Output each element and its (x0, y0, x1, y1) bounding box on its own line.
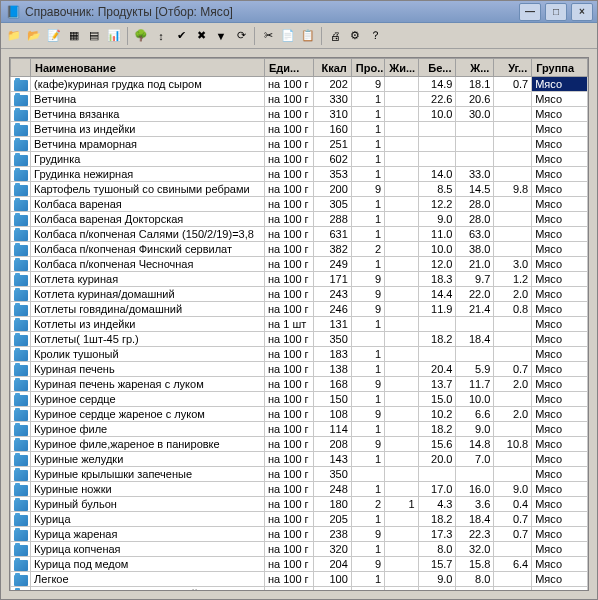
tb-tree-icon[interactable]: 🌳 (132, 27, 150, 45)
tb-sort-icon[interactable]: ↕ (152, 27, 170, 45)
cell-pro: 1 (351, 347, 384, 362)
table-row[interactable]: Куриное сердцена 100 г150115.010.0Мясо (11, 392, 588, 407)
tb-help-icon[interactable]: ？ (366, 27, 384, 45)
cell-grp: Мясо (532, 587, 588, 591)
table-row[interactable]: Кролик тушоныйна 100 г1831Мясо (11, 347, 588, 362)
maximize-button[interactable]: □ (545, 3, 567, 21)
cell-zhi (385, 527, 418, 542)
cell-name: Куриное сердце (31, 392, 265, 407)
cell-bel: 18.3 (418, 272, 456, 287)
cell-kcal: 168 (313, 377, 351, 392)
tb-open-icon[interactable]: 📂 (25, 27, 43, 45)
table-row[interactable]: Куриный бульонна 100 г180214.33.60.4Мясо (11, 497, 588, 512)
col-grp[interactable]: Группа (532, 59, 588, 77)
table-row[interactable]: Колбаса п/копченая Салями (150/2/19)=3,8… (11, 227, 588, 242)
table-row[interactable]: Куриное сердце жареное с лукомна 100 г10… (11, 407, 588, 422)
cell-zh2: 21.4 (456, 302, 494, 317)
table-row[interactable]: Куриные желудкина 100 г143120.07.0Мясо (11, 452, 588, 467)
cell-grp: Мясо (532, 497, 588, 512)
cell-zh2: 32.0 (456, 542, 494, 557)
table-row[interactable]: Куриная печеньна 100 г138120.45.90.7Мясо (11, 362, 588, 377)
table-row[interactable]: Курицана 100 г205118.218.40.7Мясо (11, 512, 588, 527)
tb-settings-icon[interactable]: ⚙ (346, 27, 364, 45)
table-row[interactable]: Ветчина вязанкана 100 г310110.030.0Мясо (11, 107, 588, 122)
tb-edit-icon[interactable]: 📝 (45, 27, 63, 45)
col-unit[interactable]: Еди... (264, 59, 313, 77)
table-row[interactable]: Ветчина мраморнаяна 100 г2511Мясо (11, 137, 588, 152)
table-row[interactable]: Куриное филе,жареное в панировкена 100 г… (11, 437, 588, 452)
col-ug[interactable]: Уг... (494, 59, 532, 77)
table-row[interactable]: Котлета куриная/домашнийна 100 г243914.4… (11, 287, 588, 302)
cell-pro: 1 (351, 572, 384, 587)
col-zh2[interactable]: Ж... (456, 59, 494, 77)
cell-bel: 15.7 (418, 557, 456, 572)
table-row[interactable]: Куриное филена 100 г114118.29.0Мясо (11, 422, 588, 437)
cell-grp: Мясо (532, 257, 588, 272)
tb-refresh-icon[interactable]: ⟳ (232, 27, 250, 45)
table-row[interactable]: Куриные крылышки запеченыена 100 г350Мяс… (11, 467, 588, 482)
table-row[interactable]: Колбаса вареная Докторскаяна 100 г28819.… (11, 212, 588, 227)
cell-bel: 17.3 (418, 527, 456, 542)
cell-zhi (385, 302, 418, 317)
cell-unit: на 100 г (264, 287, 313, 302)
col-name[interactable]: Наименование (31, 59, 265, 77)
tb-print-icon[interactable]: 🖨 (326, 27, 344, 45)
table-row[interactable]: Котлета куринаяна 100 г171918.39.71.2Мяс… (11, 272, 588, 287)
table-row[interactable]: Ветчинана 100 г330122.620.6Мясо (11, 92, 588, 107)
minimize-button[interactable]: — (519, 3, 541, 21)
cell-pro: 1 (351, 152, 384, 167)
row-icon-cell (11, 77, 31, 92)
tb-table-icon[interactable]: ▤ (85, 27, 103, 45)
table-row[interactable]: Котлеты говядина/домашнийна 100 г246911.… (11, 302, 588, 317)
cell-unit: на 100 г (264, 407, 313, 422)
tb-grid-icon[interactable]: ▦ (65, 27, 83, 45)
cell-zhi (385, 287, 418, 302)
tb-mark-icon[interactable]: ✔ (172, 27, 190, 45)
cell-kcal: 353 (313, 167, 351, 182)
header-row: Наименование Еди... Ккал Про... Жи... Бе… (11, 59, 588, 77)
table-row[interactable]: Колбаса п/копченая Финский сервилатна 10… (11, 242, 588, 257)
row-icon-cell (11, 287, 31, 302)
cell-bel (418, 137, 456, 152)
col-kcal[interactable]: Ккал (313, 59, 351, 77)
tb-paste-icon[interactable]: 📋 (299, 27, 317, 45)
cell-zh2 (456, 467, 494, 482)
cell-bel: 20.0 (418, 452, 456, 467)
table-row[interactable]: Ветчина из индейкина 100 г1601Мясо (11, 122, 588, 137)
cell-grp: Мясо (532, 347, 588, 362)
cell-grp: Мясо (532, 422, 588, 437)
tb-filter-icon[interactable]: ▼ (212, 27, 230, 45)
table-row[interactable]: Колбаса варенаяна 100 г305112.228.0Мясо (11, 197, 588, 212)
col-zhi[interactable]: Жи... (385, 59, 418, 77)
table-row[interactable]: Куриная печень жареная с лукомна 100 г16… (11, 377, 588, 392)
table-row[interactable]: Курица жаренаяна 100 г238917.322.30.7Мяс… (11, 527, 588, 542)
table-row[interactable]: Грудинкана 100 г6021Мясо (11, 152, 588, 167)
table-row[interactable]: Ливер (сердце,легкое) жареныйна 100 г211… (11, 587, 588, 591)
cell-ug (494, 452, 532, 467)
col-pro[interactable]: Про... (351, 59, 384, 77)
table-row[interactable]: Курица под медомна 100 г204915.715.86.4М… (11, 557, 588, 572)
tb-report-icon[interactable]: 📊 (105, 27, 123, 45)
tb-folder-icon[interactable]: 📁 (5, 27, 23, 45)
cell-unit: на 100 г (264, 122, 313, 137)
tb-copy-icon[interactable]: 📄 (279, 27, 297, 45)
data-grid[interactable]: Наименование Еди... Ккал Про... Жи... Бе… (10, 58, 588, 590)
table-row[interactable]: (кафе)куриная грудка под сыромна 100 г20… (11, 77, 588, 92)
col-bel[interactable]: Бе... (418, 59, 456, 77)
close-button[interactable]: × (571, 3, 593, 21)
table-row[interactable]: Куриные ножкина 100 г248117.016.09.0Мясо (11, 482, 588, 497)
table-row[interactable]: Котлеты( 1шт-45 гр.)на 100 г35018.218.4М… (11, 332, 588, 347)
table-row[interactable]: Картофель тушоный со свиными ребрамина 1… (11, 182, 588, 197)
col-icon[interactable] (11, 59, 31, 77)
tb-cut-icon[interactable]: ✂ (259, 27, 277, 45)
table-row[interactable]: Колбаса п/копченая Чесночнаяна 100 г2491… (11, 257, 588, 272)
table-row[interactable]: Грудинка нежирнаяна 100 г353114.033.0Мяс… (11, 167, 588, 182)
table-row[interactable]: Котлеты из индейкина 1 шт1311Мясо (11, 317, 588, 332)
tb-unmark-icon[interactable]: ✖ (192, 27, 210, 45)
cell-name: Курица копченая (31, 542, 265, 557)
cell-zhi (385, 437, 418, 452)
table-row[interactable]: Легкоена 100 г10019.08.0Мясо (11, 572, 588, 587)
table-row[interactable]: Курица копченаяна 100 г32018.032.0Мясо (11, 542, 588, 557)
cell-kcal: 631 (313, 227, 351, 242)
cell-unit: на 100 г (264, 77, 313, 92)
